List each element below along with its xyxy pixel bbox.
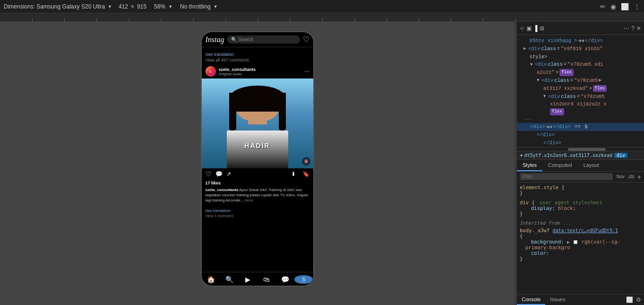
html-line[interactable]: ▼<div class="x78zum5 [517,93,644,101]
bottom-icon-expand[interactable]: ⬜ [626,296,633,303]
ig-translation2: See translation View 1 comment [202,204,313,219]
html-line[interactable]: ▶<div class="x9f619 x1n2o" [517,45,644,53]
pen-icon[interactable]: ✏ [600,3,606,10]
devtools-filter-row: :hov .cls + [517,172,644,183]
html-line[interactable]: a2u2z">flex [517,69,644,77]
devtools-hov-button[interactable]: :hov [616,174,625,179]
html-line[interactable]: </div> [517,139,644,147]
ig-sound-icon[interactable]: 🔇 [302,157,310,166]
style-block-div: div { user agent stylesheet display: blo… [520,200,641,217]
ig-username[interactable]: szeto_consultants [219,67,305,72]
ig-heart-icon[interactable]: ♡ [303,35,309,44]
devtools-filter-input[interactable] [520,173,613,180]
style-brace-close-div: } [520,211,641,217]
devtools-cursor-icon[interactable]: ⊹ [520,25,524,32]
html-line-selected[interactable]: <div>◀◀</div> == $ [517,123,644,131]
element-bar-arrow: ◀ [520,153,522,157]
devtools-html-area[interactable]: 85hte x1s85apg >◀◀</div> ▶<div class="x9… [517,35,644,147]
ig-nav-shop[interactable]: 🛍 [257,275,275,284]
phone-icon[interactable]: ⬜ [621,3,629,10]
style-link[interactable]: data:text/c…ydGFudDt9:1 [553,228,618,233]
style-brace-close-body: } [520,256,641,261]
devtools-close-icon[interactable]: ✕ [636,25,641,32]
ig-caption-more[interactable]: more [245,198,253,202]
device-width: 412 [119,3,128,10]
style-prop-color: color: [525,250,641,256]
device-height: 915 [137,3,146,10]
ig-see-translation-link2[interactable]: See translation [206,209,231,213]
ig-audio: Original audio [219,72,305,76]
devtools-hscrollbar[interactable] [517,147,644,151]
ig-nav-search[interactable]: 🔍 [220,275,239,284]
devtools-dock-icon[interactable]: ▣ [526,25,532,32]
devtools-help-icon[interactable]: ? [631,25,635,32]
style-brace-close-element: } [520,190,641,196]
html-line[interactable]: style> [517,53,644,61]
style-prop-background: background: ▶ rgb(var(--ig-primary-backg… [525,239,641,250]
ig-avatar: S [206,66,216,77]
bg-color-swatch[interactable] [574,240,577,244]
html-line[interactable]: 85hte x1s85apg >◀◀</div> [517,37,644,45]
devtools-add-style-button[interactable]: + [637,173,641,181]
tab-computed[interactable]: Computed [542,160,578,171]
element-bar-selector: dt5ytf.x1n2onr6.xat3117.xxzkxad [524,153,612,158]
style-selector-div: div { user agent stylesheet [520,200,641,205]
phone-frame: Instag 🔍 Search ♡ See translation View a… [201,31,314,287]
style-selector-element: element.style { [520,184,641,190]
html-line[interactable]: ▼<div class="x78zum5 ▶ [517,77,644,85]
ig-header: Instag 🔍 Search ♡ [202,32,313,47]
bottom-tab-issues[interactable]: Issues [545,295,570,305]
ig-download-icon[interactable]: ⬇ [291,171,296,177]
devtools-cls-button[interactable]: .cls [627,174,635,179]
ig-bottom-nav: 🏠 🔍 ▶ 🛍 💬 S [202,272,313,286]
dropdown-arrow-icon[interactable]: ▼ [108,4,112,9]
main-layout: Instag 🔍 Search ♡ See translation View a… [0,22,644,305]
ig-nav-profile[interactable]: S [294,275,313,284]
tab-layout[interactable]: Layout [578,160,605,171]
devtools-hscrollbar-thumb[interactable] [568,148,606,151]
tab-styles[interactable]: Styles [517,160,542,171]
html-line[interactable]: flex [517,108,644,115]
style-inherited-label: Inherited from ... body._a3wf data:text/… [520,220,641,261]
devtools-bottom-tabs: Console Issues ⬜ ⚙ [517,294,644,305]
html-line[interactable]: ▼<div class="x78zum5 xd1 [517,61,644,69]
ig-view-comments[interactable]: View all 497 comments [206,58,309,62]
more-dots-icon[interactable]: ⋮ [634,3,640,10]
html-line[interactable]: x1n2onr6 x1ja2u2z x [517,100,644,108]
ig-see-translation-link[interactable]: See translation [206,52,234,57]
ig-user-info: szeto_consultants Original audio [219,67,305,76]
ig-nav-messages[interactable]: 💬 [276,275,294,284]
ig-nav-reels[interactable]: ▶ [239,275,257,284]
ig-see-translation: See translation View all 497 comments [202,47,313,64]
devtools-new-tab-icon[interactable]: ⊞ [540,25,544,32]
devtools-right-dock-icon[interactable]: ▐ [533,25,538,32]
ig-nav-home[interactable]: 🏠 [202,275,220,284]
style-block-element: element.style { } [520,184,641,196]
style-selector-body: body._a3wf data:text/c…ydGFudDt9:1 [520,227,641,233]
ig-view-comment[interactable]: View 1 comment [206,214,309,218]
ig-share-icon[interactable]: ↗ [226,171,231,177]
devtools-topbar: Dimensions: Samsung Galaxy S20 Ultra ▼ 4… [0,0,644,13]
eye-icon[interactable]: ◉ [610,3,616,10]
ig-more-options-icon[interactable]: ··· [304,68,309,75]
ig-bookmark-icon[interactable]: 🔖 [302,171,309,177]
zoom-level[interactable]: 58% [154,3,165,10]
device-label[interactable]: Dimensions: Samsung Galaxy S20 Ultra [4,3,105,10]
zoom-arrow-icon[interactable]: ▼ [168,4,172,9]
ig-actions-row: ♡ 💬 ↗ ⬇ 🔖 [202,168,313,180]
html-line[interactable]: </div> [517,131,644,139]
html-line[interactable]: at3117 xxzkxad">flex [517,85,644,93]
ig-likes: 17 likes [202,180,313,186]
html-line-dots[interactable]: ··· [517,115,644,123]
devtools-overflow-icon[interactable]: ⋯ [624,25,629,32]
ig-like-icon[interactable]: ♡ [206,170,212,178]
throttle-label[interactable]: No throttling [180,3,211,10]
throttle-arrow-icon[interactable]: ▼ [214,4,218,9]
ig-comment-icon[interactable]: 💬 [215,171,223,177]
ig-video-area[interactable]: HADIR 🔇 [202,78,313,168]
ig-search-bar[interactable]: 🔍 Search [227,35,300,44]
ig-caption-username[interactable]: szeto_consultants [206,188,239,192]
bottom-icon-settings[interactable]: ⚙ [636,296,641,303]
devtools-element-bar: ◀ dt5ytf.x1n2onr6.xat3117.xxzkxad div [517,151,644,160]
bottom-tab-console[interactable]: Console [517,295,545,305]
